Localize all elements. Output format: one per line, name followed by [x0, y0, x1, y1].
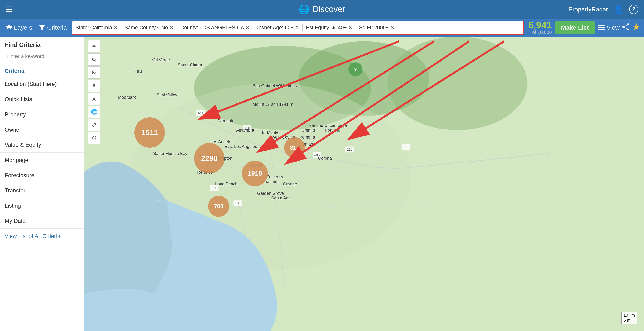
filter-tag-label-owner_age: Owner Age: 60+	[256, 25, 294, 31]
nav-right: PropertyRadar 👤 ?	[568, 5, 638, 14]
sidebar-item-transfer[interactable]: Transfer	[0, 183, 84, 198]
share-button[interactable]	[622, 24, 630, 32]
view-all-criteria-link[interactable]: View List of All Criteria	[0, 229, 84, 244]
globe-icon: 🌐	[298, 4, 310, 15]
filter-tag-close-state[interactable]: ✕	[114, 25, 118, 31]
view-label: View	[606, 24, 620, 31]
filter-tag-divider	[177, 24, 177, 31]
svg-marker-8	[632, 23, 640, 30]
filter-tags-container: State: California✕Same County?: No✕Count…	[72, 21, 524, 35]
filter-tag-close-est_equity[interactable]: ✕	[348, 25, 352, 31]
svg-point-12	[388, 37, 528, 130]
sidebar-item-my_data[interactable]: My Data	[0, 213, 84, 229]
map-controls: 🌐	[88, 40, 100, 144]
svg-text:605: 605	[314, 153, 320, 157]
cluster-c5[interactable]: 708	[208, 196, 229, 217]
filter-tag-divider	[356, 24, 356, 31]
svg-line-7	[624, 27, 628, 30]
criteria-label: Criteria	[47, 24, 67, 31]
zoom-out-button[interactable]	[88, 67, 100, 79]
cluster-c6[interactable]: 3	[348, 62, 362, 76]
share-icon	[622, 24, 630, 31]
cluster-c4[interactable]: 311	[284, 137, 305, 158]
filter-tag-close-same_county[interactable]: ✕	[169, 25, 174, 31]
sidebar-item-mortgage[interactable]: Mortgage	[0, 153, 84, 168]
svg-text:210: 210	[347, 147, 353, 151]
criteria-search-input[interactable]	[4, 51, 80, 62]
filter-tag-close-sq_ft[interactable]: ✕	[390, 25, 394, 31]
cluster-c1[interactable]: 1511	[134, 117, 165, 148]
app-title: 🌐 Discover	[298, 4, 345, 15]
layers-button[interactable]: Layers	[4, 24, 34, 31]
map-scale: 10 km 5 mi	[621, 312, 637, 324]
filter-tag-label-est_equity: Est Equity %: 40+	[306, 25, 346, 31]
filter-tag-label-state: State: California	[76, 25, 112, 31]
main-layout: Find Criteria Criteria Location (Start H…	[0, 37, 644, 331]
sidebar-item-listing[interactable]: Listing	[0, 198, 84, 213]
filter-tag-est_equity: Est Equity %: 40+✕	[305, 24, 353, 31]
sidebar-item-quick_lists[interactable]: Quick Lists	[0, 92, 84, 107]
filter-tag-close-county[interactable]: ✕	[246, 25, 250, 31]
map-background[interactable]: 101 118 605 210 15 91 405 55 241 60	[84, 37, 644, 331]
pin-button[interactable]	[88, 80, 100, 92]
svg-line-44	[95, 60, 96, 62]
scale-label: 10 km	[624, 313, 635, 318]
globe-button[interactable]: 🌐	[88, 106, 100, 118]
filter-tag-county: County: LOS ANGELES-CA✕	[179, 24, 251, 31]
sidebar-item-location[interactable]: Location (Start Here)	[0, 77, 84, 92]
sidebar: Find Criteria Criteria Location (Start H…	[0, 37, 84, 331]
lasso-button[interactable]	[88, 132, 100, 144]
zoom-in-button[interactable]	[88, 53, 100, 66]
help-icon[interactable]: ?	[629, 5, 638, 14]
location-button[interactable]	[88, 40, 100, 53]
results-count: 6,941 of 10,000	[528, 20, 552, 35]
sidebar-item-owner[interactable]: Owner	[0, 122, 84, 137]
svg-line-48	[95, 74, 96, 75]
svg-text:118: 118	[244, 127, 250, 130]
hamburger-menu[interactable]: ☰	[6, 5, 12, 14]
filter-icon	[39, 25, 45, 31]
svg-text:15: 15	[404, 145, 408, 149]
sidebar-item-foreclosure[interactable]: Foreclosure	[0, 168, 84, 183]
make-list-button[interactable]: Make List	[555, 21, 596, 34]
map-area[interactable]: 101 118 605 210 15 91 405 55 241 60	[84, 37, 644, 331]
svg-line-6	[624, 24, 628, 27]
navigation-button[interactable]	[88, 93, 100, 105]
criteria-section-label[interactable]: Criteria	[0, 65, 84, 77]
find-criteria-heading: Find Criteria	[0, 37, 84, 51]
svg-rect-0	[598, 25, 605, 26]
filter-tag-owner_age: Owner Age: 60+✕	[256, 24, 300, 31]
svg-point-42	[94, 46, 94, 46]
sidebar-item-property[interactable]: Property	[0, 107, 84, 122]
svg-text:101: 101	[198, 111, 203, 115]
top-nav: ☰ 🌐 Discover PropertyRadar 👤 ?	[0, 0, 644, 19]
results-main-count: 6,941	[528, 20, 552, 30]
draw-button[interactable]	[88, 119, 100, 131]
cluster-c2[interactable]: 2298	[194, 143, 224, 173]
svg-rect-1	[598, 27, 605, 28]
star-icon	[632, 23, 640, 31]
svg-rect-14	[84, 200, 168, 270]
filter-tag-same_county: Same County?: No✕	[124, 24, 174, 31]
star-button[interactable]	[632, 23, 640, 32]
criteria-button[interactable]: Criteria	[37, 24, 69, 31]
results-sub-count: of 10,000	[532, 30, 552, 35]
app-title-text: Discover	[312, 5, 345, 14]
filter-tag-label-sq_ft: Sq Ft: 2000+	[359, 25, 389, 31]
view-icon	[598, 25, 605, 30]
filter-tag-state: State: California✕	[74, 24, 119, 31]
filter-tag-close-owner_age[interactable]: ✕	[295, 25, 299, 31]
filter-bar: Layers Criteria State: California✕Same C…	[0, 19, 644, 37]
cluster-c3[interactable]: 1918	[242, 161, 268, 186]
map-svg: 101 118 605 210 15 91 405 55 241 60	[84, 37, 644, 331]
filter-tag-sq_ft: Sq Ft: 2000+✕	[358, 24, 396, 31]
filter-tag-label-county: County: LOS ANGELES-CA	[180, 25, 244, 31]
sidebar-item-value_equity[interactable]: Value & Equity	[0, 137, 84, 153]
layers-icon	[6, 25, 12, 31]
scale-label-mi: 5 mi	[624, 318, 635, 323]
user-icon[interactable]: 👤	[614, 5, 624, 14]
svg-rect-2	[598, 29, 605, 30]
svg-text:91: 91	[212, 186, 216, 190]
view-button[interactable]: View	[598, 24, 620, 31]
filter-tag-label-same_county: Same County?: No	[124, 25, 168, 31]
